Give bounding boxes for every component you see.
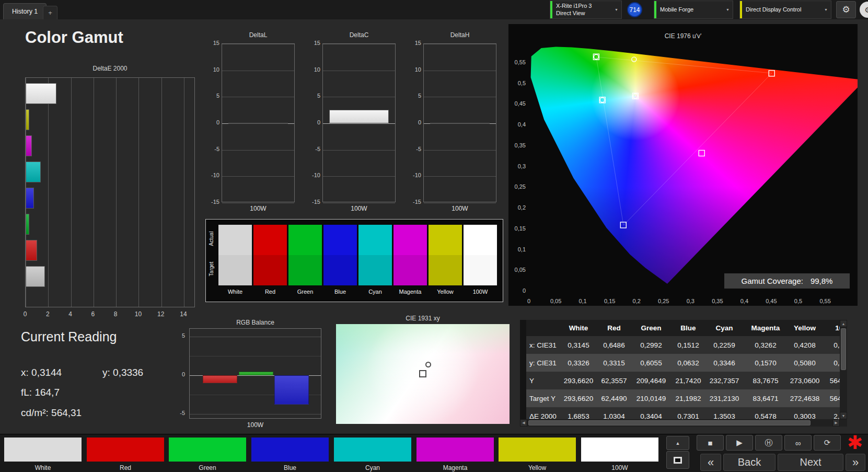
chart-title: DeltaH xyxy=(423,31,496,39)
window-square-icon xyxy=(674,457,682,464)
cie1931-panel: CIE 1931 xy xyxy=(336,313,510,424)
axis-tick-label: 8 xyxy=(114,310,118,318)
patch-white[interactable] xyxy=(4,438,82,462)
axis-tick-label: 5 xyxy=(207,93,219,99)
meter-device-dropdown[interactable]: X-Rite i1Pro 3 Direct View ▼ xyxy=(550,1,622,19)
row-label: y: CIE31 xyxy=(526,354,561,372)
cie-target-white xyxy=(633,94,638,98)
swatch-target-green xyxy=(288,255,322,285)
vertical-scrollbar[interactable]: ▲ ▼ xyxy=(840,320,847,419)
column-header: Blue xyxy=(670,320,706,336)
back-button[interactable]: Back xyxy=(723,454,776,471)
axis-tick-label: -10 xyxy=(207,172,219,178)
settings-gear-button[interactable]: ⚙ xyxy=(836,1,856,18)
table-cell: 1,6853 xyxy=(561,407,596,419)
column-header: White xyxy=(561,320,596,336)
column-header: Red xyxy=(596,320,632,336)
cie1931-field xyxy=(336,324,510,424)
row-gutter xyxy=(520,372,526,389)
deltae-bar-yellow xyxy=(26,109,29,130)
axis-label: 100W xyxy=(423,205,496,212)
axis-tick-label: -5 xyxy=(172,410,185,416)
gridline xyxy=(323,97,395,97)
patch-window-button[interactable] xyxy=(666,451,689,469)
stop-button[interactable]: ■ xyxy=(697,435,724,451)
swatch-actual-cyan xyxy=(358,225,392,255)
reading-y: y: 0,3336 xyxy=(102,367,143,378)
history-tab-label: History 1 xyxy=(12,8,38,15)
horizontal-scrollbar[interactable]: ◀ ▶ xyxy=(520,419,840,427)
cie1976-overlay: 00,050,10,150,20,250,30,350,40,450,50,55… xyxy=(508,24,858,305)
cie1931-reading-marker xyxy=(425,362,431,367)
table-cell: 21,7420 xyxy=(670,372,706,389)
patch-cyan[interactable] xyxy=(334,438,411,462)
axis-tick-label: 14 xyxy=(180,310,187,318)
table-corner xyxy=(526,320,561,336)
scroll-left-icon[interactable]: ◀ xyxy=(520,419,527,427)
add-tab-button[interactable]: + xyxy=(43,6,57,19)
axis-tick-label: 10 xyxy=(409,66,421,73)
pattern-source-dropdown[interactable]: Mobile Forge ▼ xyxy=(654,1,733,19)
axis-tick-label: 0,2 xyxy=(518,204,526,211)
collapse-panel-button[interactable]: ▲ xyxy=(666,436,689,450)
axis-tick-label: 0,25 xyxy=(515,183,526,190)
loop-button[interactable]: ∞ xyxy=(784,435,812,451)
axis-tick-label: -5 xyxy=(409,146,421,152)
patch-blue[interactable] xyxy=(251,438,329,462)
chart-title: CIE 1931 xy xyxy=(336,315,510,322)
swatch-actual-yellow xyxy=(429,225,462,255)
hscroll-thumb[interactable] xyxy=(528,420,811,425)
row-label: Y xyxy=(526,372,561,389)
partial-circle-button[interactable]: ⚙ xyxy=(860,2,868,18)
play-button[interactable]: ▶ xyxy=(726,435,753,451)
gridline xyxy=(184,78,184,307)
next-page-button[interactable]: » xyxy=(846,454,865,471)
row-gutter xyxy=(520,354,526,372)
error-asterisk-icon: ✱ xyxy=(844,432,865,453)
gridline xyxy=(424,97,496,97)
column-header: 100W xyxy=(821,320,840,336)
swatch-label: White xyxy=(218,289,252,295)
table-cell: 0,3145 xyxy=(561,336,596,354)
table-cell: 0,6486 xyxy=(596,336,632,354)
swatch-label: Green xyxy=(288,289,322,295)
chart-title: DeltaE 2000 xyxy=(25,65,195,72)
axis-tick-label: 15 xyxy=(308,40,320,46)
gridline xyxy=(222,97,294,97)
prev-page-button[interactable]: « xyxy=(700,454,721,471)
delta-plot xyxy=(423,43,496,202)
table-cell: 1,0304 xyxy=(596,407,632,419)
table-cell: 0,0632 xyxy=(670,354,706,372)
history-button[interactable]: Ⓗ xyxy=(755,435,782,451)
measurement-count-badge[interactable]: 714 xyxy=(627,2,642,17)
table-cell: 0,3144 xyxy=(821,336,840,354)
scroll-up-icon[interactable]: ▲ xyxy=(840,320,847,327)
table-cell: 0,3262 xyxy=(743,336,789,354)
history-tab[interactable]: History 1 xyxy=(3,3,47,19)
refresh-button[interactable]: ⟳ xyxy=(814,435,841,451)
plus-icon: + xyxy=(48,9,52,17)
patch-magenta[interactable] xyxy=(416,438,494,462)
patch-red[interactable] xyxy=(87,438,164,462)
axis-tick-label: 0 xyxy=(172,371,185,377)
scroll-down-icon[interactable]: ▼ xyxy=(840,412,847,419)
scroll-right-icon[interactable]: ▶ xyxy=(832,419,840,427)
status-indicator xyxy=(654,1,656,18)
patch-label: Magenta xyxy=(416,464,494,471)
vscroll-thumb[interactable] xyxy=(841,328,846,370)
axis-tick-label: -5 xyxy=(308,146,320,152)
axis-tick-label: 0,55 xyxy=(819,298,830,304)
delta-bar xyxy=(430,123,490,124)
swatch-actual-red xyxy=(253,225,287,255)
next-button[interactable]: Next xyxy=(778,454,843,471)
display-control-dropdown[interactable]: Direct Display Control ▼ xyxy=(739,1,831,19)
axis-tick-label: 0,15 xyxy=(515,225,526,232)
axis-tick-label: 0 xyxy=(523,287,526,294)
patch-label: Green xyxy=(169,464,246,471)
patch-100w[interactable] xyxy=(581,438,658,462)
gridline xyxy=(71,78,72,307)
patch-green[interactable] xyxy=(169,438,246,462)
patch-yellow[interactable] xyxy=(499,438,576,462)
chart-title: DeltaL xyxy=(222,31,295,39)
swatch-label: Red xyxy=(253,289,287,295)
